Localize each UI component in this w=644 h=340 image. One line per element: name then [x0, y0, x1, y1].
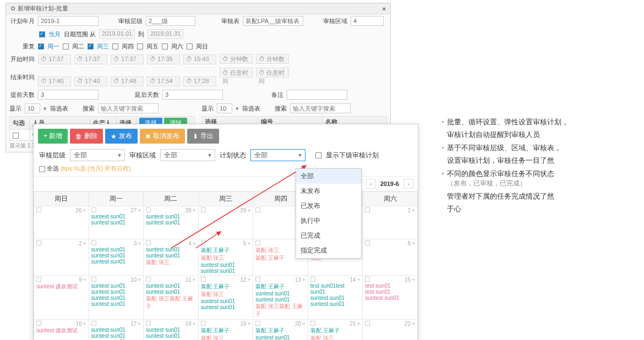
end-time-6[interactable]: ⏱ 任意时间: [256, 68, 289, 78]
calendar-event[interactable]: 装配 张三: [201, 290, 251, 298]
calendar-event[interactable]: suntest sun01: [146, 283, 196, 289]
calendar-cell[interactable]: 22+: [363, 320, 418, 341]
start-time-2[interactable]: ⏱ 17:37: [111, 54, 144, 64]
day-chk-6[interactable]: [187, 43, 193, 50]
day-checkbox[interactable]: [365, 277, 370, 282]
select-all-checkbox[interactable]: [39, 166, 45, 172]
dropdown-item[interactable]: 执行中: [296, 213, 361, 228]
calendar-event[interactable]: suntest sun01: [365, 295, 415, 301]
calendar-event[interactable]: suntest sun01: [146, 327, 196, 333]
day-checkbox[interactable]: [91, 207, 96, 212]
calendar-event[interactable]: 装配 王麻子: [201, 327, 251, 334]
calendar-event[interactable]: suntest sun01: [91, 259, 141, 265]
calendar-cell[interactable]: 26+: [34, 206, 89, 239]
calendar-cell[interactable]: 11+suntest sun01suntest sun01装配 张三装配 王麻子: [144, 276, 199, 320]
delete-button[interactable]: 🗑删除: [70, 129, 103, 144]
day-checkbox[interactable]: [201, 240, 206, 245]
calendar-event[interactable]: suntest sun01: [91, 327, 141, 333]
dropdown-item[interactable]: 已发布: [296, 199, 361, 213]
calendar-cell[interactable]: 21+装配 王麻子装配 张三: [308, 320, 363, 341]
calendar-cell[interactable]: 5+装配 王麻子装配 张三suntest sun01suntest sun01: [198, 239, 253, 276]
calendar-event[interactable]: suntest sun01: [255, 290, 305, 297]
show-count-input-r[interactable]: [217, 103, 232, 113]
day-chk-1[interactable]: [63, 43, 69, 50]
search-input-r[interactable]: [290, 103, 351, 113]
level-input[interactable]: [146, 16, 195, 26]
calendar-cell[interactable]: 28+suntest sun01suntest sun01: [144, 206, 199, 239]
chevron-down-icon[interactable]: [236, 105, 239, 112]
calendar-cell[interactable]: 9+suntest 虞欢测试: [34, 276, 89, 320]
table-input[interactable]: [243, 16, 303, 26]
day-checkbox[interactable]: [255, 207, 260, 212]
publish-button[interactable]: ★发布: [105, 129, 138, 144]
calendar-cell[interactable]: 8+: [363, 239, 418, 276]
close-icon[interactable]: ×: [383, 6, 386, 12]
calendar-event[interactable]: test sun01: [365, 289, 415, 295]
calendar-event[interactable]: suntest 虞欢测试: [36, 327, 86, 334]
date-from-input[interactable]: 2019.01.01: [99, 29, 135, 39]
calendar-event[interactable]: suntest sun01: [146, 289, 196, 295]
calendar-event[interactable]: 装配 王麻子: [201, 283, 251, 290]
start-time-1[interactable]: ⏱ 17:37: [74, 54, 107, 64]
calendar-event[interactable]: 装配 王麻子: [310, 327, 361, 334]
search-input[interactable]: [98, 103, 159, 113]
calendar-event[interactable]: suntest sun01: [310, 295, 361, 301]
day-checkbox[interactable]: [310, 321, 315, 326]
dropdown-item[interactable]: 已完成: [296, 228, 361, 243]
calendar-cell[interactable]: 19+装配 王麻子装配 张三suntest sun01suntest sun01: [198, 320, 253, 341]
calendar-event[interactable]: 装配 张三装配 王麻子: [255, 303, 305, 318]
day-chk-5[interactable]: [162, 43, 168, 50]
start-time-5[interactable]: ⏱ 分钟数: [220, 54, 253, 64]
delay-input[interactable]: [162, 90, 223, 100]
calendar-event[interactable]: suntest sun01: [91, 289, 141, 295]
day-chk-0[interactable]: [38, 43, 44, 50]
day-checkbox[interactable]: [36, 240, 41, 245]
calendar-cell[interactable]: 13+装配 王麻子suntest sun01suntest sun01装配 张三…: [253, 276, 308, 320]
status-select[interactable]: 全部: [250, 149, 305, 161]
day-checkbox[interactable]: [36, 207, 41, 212]
calendar-event[interactable]: suntest sun01: [91, 283, 141, 289]
day-checkbox[interactable]: [365, 207, 370, 212]
calendar-event[interactable]: suntest sun01: [310, 301, 361, 307]
calendar-event[interactable]: suntest sun01: [201, 298, 251, 304]
chevron-down-icon[interactable]: [43, 105, 47, 112]
day-checkbox[interactable]: [146, 321, 151, 326]
calendar-event[interactable]: suntest sun01: [91, 301, 141, 307]
start-time-3[interactable]: ⏱ 17:35: [147, 54, 180, 64]
calendar-event[interactable]: suntest sun01: [255, 297, 305, 303]
calendar-cell[interactable]: 20+装配 王麻子suntest sun01suntest sun01装配 张三…: [253, 320, 308, 341]
calendar-cell[interactable]: 16+suntest 虞欢测试: [34, 320, 89, 341]
calendar-cell[interactable]: 4+suntest sun01suntest sun01装配 张三: [144, 239, 199, 276]
calendar-cell[interactable]: 14+test sun01test sun01suntest sun01sunt…: [308, 276, 363, 320]
calendar-cell[interactable]: 3+suntest sun01suntest sun01suntest sun0…: [89, 239, 144, 276]
calendar-event[interactable]: 装配 王麻子: [255, 327, 305, 334]
start-time-4[interactable]: ⏱ 15:43: [183, 54, 216, 64]
calendar-event[interactable]: 装配 张三: [310, 334, 361, 340]
end-time-1[interactable]: ⏱ 17:40: [74, 76, 107, 86]
calendar-event[interactable]: test sun01: [365, 283, 415, 289]
export-button[interactable]: ⬇导出: [187, 129, 219, 144]
end-time-0[interactable]: ⏱ 17:40: [38, 76, 71, 86]
calendar-event[interactable]: suntest sun01: [91, 246, 141, 253]
dropdown-item[interactable]: 全部: [296, 169, 361, 184]
calendar-event[interactable]: 装配 张三: [201, 334, 251, 340]
calendar-event[interactable]: 装配 张三: [146, 259, 196, 266]
day-checkbox[interactable]: [365, 321, 370, 326]
calendar-event[interactable]: suntest sun01: [255, 334, 305, 340]
day-checkbox[interactable]: [201, 207, 206, 212]
date-to-input[interactable]: 2019.01.31: [148, 29, 183, 39]
end-time-2[interactable]: ⏱ 17:48: [111, 76, 144, 86]
advance-input[interactable]: [38, 90, 99, 100]
prev-month-button[interactable]: ‹: [366, 179, 376, 189]
calendar-event[interactable]: suntest sun01: [91, 220, 141, 226]
calendar-event[interactable]: 装配 张三: [201, 254, 251, 262]
remark-input[interactable]: [287, 90, 347, 100]
add-button[interactable]: + 新增: [38, 129, 68, 144]
calendar-cell[interactable]: 15+test sun01test sun01suntest sun01: [363, 276, 418, 320]
month-checkbox[interactable]: [39, 31, 45, 37]
calendar-event[interactable]: test sun01test sun01: [310, 283, 361, 295]
day-checkbox[interactable]: [91, 321, 96, 326]
start-time-0[interactable]: ⏱ 17:37: [38, 54, 71, 64]
plan-month-input[interactable]: [38, 16, 99, 26]
day-checkbox[interactable]: [310, 277, 315, 282]
